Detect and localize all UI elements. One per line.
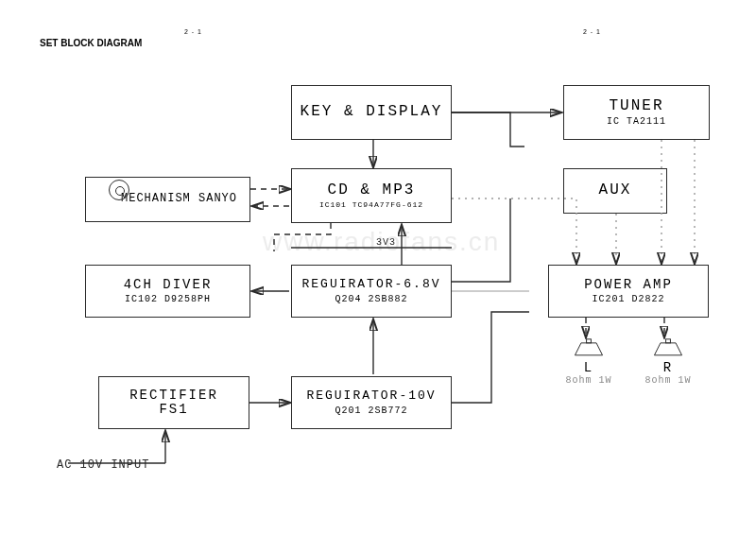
page: SET BLOCK DIAGRAM 2 - 1 2 - 1 www.radiof… xyxy=(0,0,756,535)
wires: cd dashed --> xyxy=(0,0,756,535)
